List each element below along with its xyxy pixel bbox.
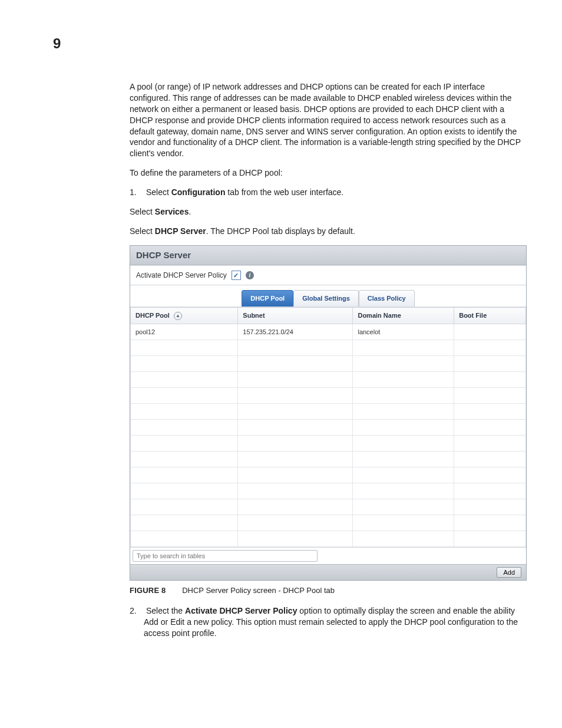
- table-cell: 157.235.221.0/24: [238, 324, 353, 340]
- table-cell: [353, 452, 454, 467]
- step-1-pre: Select: [146, 187, 171, 197]
- step-2: 2. Select the Activate DHCP Server Polic…: [130, 605, 527, 639]
- table-cell: [454, 436, 526, 452]
- select-dhcp: Select DHCP Server. The DHCP Pool tab di…: [130, 226, 527, 237]
- content-block: A pool (or range) of IP network addresse…: [130, 81, 527, 638]
- table-cell: [131, 436, 238, 452]
- table-cell: [454, 372, 526, 388]
- table-cell: [238, 467, 353, 483]
- col-dhcp-pool-label: DHCP Pool: [135, 312, 170, 319]
- table-cell: lancelot: [353, 324, 454, 340]
- table-cell: [238, 483, 353, 499]
- table-cell: [238, 499, 353, 515]
- table-cell: [353, 515, 454, 531]
- select-dhcp-bold: DHCP Server: [155, 226, 206, 236]
- table-cell: [353, 420, 454, 436]
- table-row[interactable]: [131, 467, 526, 483]
- table-cell: [238, 372, 353, 388]
- select-services-post: .: [189, 207, 191, 216]
- step-1-num: 1.: [130, 187, 144, 198]
- panel-footer: Add: [130, 564, 526, 580]
- figure-text: DHCP Server Policy screen - DHCP Pool ta…: [182, 586, 335, 595]
- table-cell: [454, 452, 526, 467]
- table-cell: [131, 372, 238, 388]
- table-cell: [454, 388, 526, 404]
- table-row[interactable]: [131, 340, 526, 356]
- table-cell: [353, 356, 454, 372]
- panel-title: DHCP Server: [130, 246, 526, 265]
- table-cell: [454, 356, 526, 372]
- table-cell: [131, 483, 238, 499]
- table-cell: [131, 340, 238, 356]
- col-subnet[interactable]: Subnet: [238, 308, 353, 324]
- activate-checkbox[interactable]: ✓: [232, 271, 241, 280]
- table-cell: [131, 499, 238, 515]
- select-dhcp-post: . The DHCP Pool tab displays by default.: [206, 226, 355, 236]
- table-cell: [131, 388, 238, 404]
- table-cell: [454, 404, 526, 420]
- tab-class-policy[interactable]: Class Policy: [359, 290, 415, 307]
- step-2-num: 2.: [130, 605, 144, 617]
- table-row[interactable]: [131, 436, 526, 452]
- table-row[interactable]: [131, 404, 526, 420]
- intro-paragraph: A pool (or range) of IP network addresse…: [130, 81, 527, 159]
- col-domain-name[interactable]: Domain Name: [353, 308, 454, 324]
- add-button[interactable]: Add: [497, 567, 521, 578]
- activate-row: Activate DHCP Server Policy ✓ i: [130, 265, 526, 285]
- table-cell: [131, 531, 238, 547]
- select-services-pre: Select: [130, 207, 155, 216]
- table-cell: [238, 515, 353, 531]
- table-row[interactable]: [131, 452, 526, 467]
- table-cell: [353, 483, 454, 499]
- table-row[interactable]: [131, 420, 526, 436]
- table-cell: [454, 531, 526, 547]
- table-cell: [353, 436, 454, 452]
- table-cell: [454, 420, 526, 436]
- table-cell: [238, 531, 353, 547]
- table-cell: [238, 388, 353, 404]
- table-cell: [238, 404, 353, 420]
- table-row[interactable]: [131, 372, 526, 388]
- table-cell: [353, 340, 454, 356]
- step-1-post: tab from the web user interface.: [225, 187, 343, 197]
- activate-label: Activate DHCP Server Policy: [136, 271, 227, 280]
- table-cell: [353, 467, 454, 483]
- tab-global-settings[interactable]: Global Settings: [293, 290, 359, 307]
- table-cell: [454, 515, 526, 531]
- dhcp-pool-table: DHCP Pool ▲ Subnet Domain Name Boot File…: [130, 307, 526, 547]
- table-row[interactable]: [131, 388, 526, 404]
- table-cell: [238, 340, 353, 356]
- dhcp-server-panel: DHCP Server Activate DHCP Server Policy …: [130, 245, 527, 581]
- select-services-bold: Services: [155, 207, 189, 216]
- search-row: [130, 547, 526, 564]
- figure-label: FIGURE 8: [130, 586, 166, 595]
- table-row[interactable]: [131, 499, 526, 515]
- search-input[interactable]: [133, 550, 318, 562]
- table-cell: [131, 452, 238, 467]
- table-cell: [353, 388, 454, 404]
- table-row[interactable]: [131, 356, 526, 372]
- table-cell: [353, 531, 454, 547]
- page-number: 9: [53, 35, 527, 52]
- col-dhcp-pool[interactable]: DHCP Pool ▲: [131, 308, 238, 324]
- table-cell: [454, 499, 526, 515]
- table-row[interactable]: [131, 483, 526, 499]
- info-icon[interactable]: i: [246, 271, 254, 279]
- table-row[interactable]: [131, 531, 526, 547]
- table-cell: [454, 340, 526, 356]
- table-header-row: DHCP Pool ▲ Subnet Domain Name Boot File: [131, 308, 526, 324]
- table-row[interactable]: [131, 515, 526, 531]
- select-dhcp-pre: Select: [130, 226, 155, 236]
- sort-asc-icon[interactable]: ▲: [174, 312, 182, 320]
- table-row[interactable]: pool12157.235.221.0/24lancelot: [131, 324, 526, 340]
- step-2-pre: Select the: [146, 606, 185, 615]
- table-cell: pool12: [131, 324, 238, 340]
- table-cell: [353, 404, 454, 420]
- table-cell: [238, 452, 353, 467]
- table-cell: [131, 420, 238, 436]
- page: 9 A pool (or range) of IP network addres…: [0, 0, 562, 728]
- table-cell: [454, 324, 526, 340]
- col-boot-file[interactable]: Boot File: [454, 308, 526, 324]
- tabs-row: DHCP Pool Global Settings Class Policy: [130, 285, 526, 307]
- tab-dhcp-pool[interactable]: DHCP Pool: [242, 290, 293, 307]
